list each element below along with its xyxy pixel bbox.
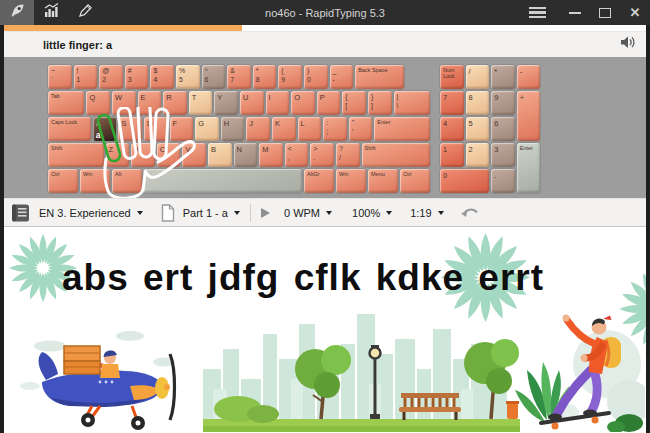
close-button[interactable]: ✕ (620, 0, 650, 25)
key-symbol: |\ (394, 91, 430, 115)
level-label: EN 3. Experienced (39, 207, 131, 219)
lesson-text: abs ert jdfg cflk kdke errt (62, 257, 544, 299)
key-7: 7 (440, 91, 464, 115)
minimize-button[interactable] (560, 0, 590, 25)
key-symbol: - (517, 65, 541, 89)
key-shift: Shift (362, 143, 430, 167)
undo-icon (460, 206, 480, 219)
key-l: L (298, 117, 322, 141)
key-symbol: / (466, 65, 490, 89)
key-back-space: Back Space (355, 65, 404, 89)
key-symbol: _- (330, 65, 354, 89)
editor-tab[interactable] (68, 0, 102, 25)
key-5: %5 (176, 65, 200, 89)
key-symbol: {[ (342, 91, 366, 115)
key-p: P (317, 91, 341, 115)
key-y: Y (214, 91, 238, 115)
key-symbol: >. (310, 143, 334, 167)
key-k: K (272, 117, 296, 141)
statistics-tab[interactable] (34, 0, 68, 25)
key-symbol: * (491, 65, 515, 89)
hint-bar: little finger: a (4, 32, 646, 57)
chevron-down-icon (386, 211, 392, 215)
lesson-progress-bar (4, 25, 646, 32)
key-h: H (221, 117, 245, 141)
park-illustration (203, 307, 520, 432)
typing-area: abs ert jdfg cflk kdke errt (4, 227, 646, 432)
key-symbol: }] (368, 91, 392, 115)
key-n: N (234, 143, 258, 167)
virtual-keyboard-area: ~`!1@2#3$4%5^6&7*8(9)0_-Back SpaceTabQWE… (4, 57, 646, 198)
key-6: 6 (491, 117, 515, 141)
key-ctrl: Ctrl (400, 169, 430, 193)
key-tab: Tab (48, 91, 84, 115)
title-bar: no46o - RapidTyping 5.3 ✕ (0, 0, 650, 25)
key-j: J (246, 117, 270, 141)
chevron-down-icon (438, 211, 444, 215)
play-icon (261, 208, 270, 218)
key-1: !1 (74, 65, 98, 89)
key-symbol: . (491, 169, 515, 193)
key-3: #3 (125, 65, 149, 89)
window-controls: ✕ (522, 0, 650, 25)
skater-illustration (505, 292, 645, 432)
key-4: 4 (440, 117, 464, 141)
key-enter: Enter (374, 117, 430, 141)
zoom-dropdown[interactable]: 100% (352, 207, 392, 219)
lesson-dropdown[interactable]: Part 1 - a (183, 207, 240, 219)
toolbar (0, 0, 102, 25)
key-num-lock: Num Lock (440, 65, 464, 89)
maximize-button[interactable] (590, 0, 620, 25)
key-symbol: + (517, 91, 541, 141)
key-altgr: AltGr (304, 169, 334, 193)
key-m: M (259, 143, 283, 167)
key-8: 8 (466, 91, 490, 115)
separator (250, 204, 251, 222)
minimize-icon (569, 12, 581, 14)
key-win: Win (336, 169, 366, 193)
key-o: O (291, 91, 315, 115)
lesson-progress-fill (4, 25, 242, 31)
chart-icon (43, 2, 60, 23)
key-ctrl: Ctrl (48, 169, 78, 193)
key-4: $4 (150, 65, 174, 89)
key-0: 0 (440, 169, 489, 193)
lesson-label: Part 1 - a (183, 207, 228, 219)
key-i: I (266, 91, 290, 115)
pinky-finger-highlight (98, 115, 120, 161)
lesson-page-icon (161, 204, 175, 222)
key-symbol: ~` (48, 65, 72, 89)
lessons-tab[interactable] (0, 0, 34, 25)
key-7: &7 (227, 65, 251, 89)
menu-button[interactable] (522, 0, 552, 25)
maximize-icon (599, 8, 611, 18)
chevron-down-icon (326, 211, 332, 215)
key-2: @2 (99, 65, 123, 89)
close-icon: ✕ (630, 6, 641, 19)
key-enter: Enter (517, 143, 541, 193)
key-0: )0 (304, 65, 328, 89)
undo-button[interactable] (460, 206, 480, 219)
key-symbol: ?/ (336, 143, 360, 167)
airplane-illustration (12, 324, 182, 432)
speed-label: 0 WPM (284, 207, 320, 219)
left-hand-overlay (92, 107, 204, 198)
status-bar: EN 3. Experienced Part 1 - a 0 WPM 100% (4, 198, 646, 227)
course-icon (10, 203, 31, 223)
speaker-icon[interactable] (620, 35, 636, 54)
key-b: B (208, 143, 232, 167)
time-dropdown[interactable]: 1:19 (410, 207, 443, 219)
finger-hint: little finger: a (43, 39, 112, 51)
window-body: little finger: a ~`!1@2#3$4%5^6&7*8(9)0_… (0, 25, 650, 433)
key-3: 3 (491, 143, 515, 167)
chevron-down-icon (234, 211, 240, 215)
key-symbol: "' (349, 117, 373, 141)
key-caps-lock: Caps Lock (48, 117, 91, 141)
level-dropdown[interactable]: EN 3. Experienced (39, 207, 143, 219)
speed-dropdown[interactable]: 0 WPM (284, 207, 332, 219)
time-label: 1:19 (410, 207, 431, 219)
key-symbol: :; (323, 117, 347, 141)
key-u: U (240, 91, 264, 115)
key-6: ^6 (202, 65, 226, 89)
play-button[interactable] (261, 208, 270, 218)
